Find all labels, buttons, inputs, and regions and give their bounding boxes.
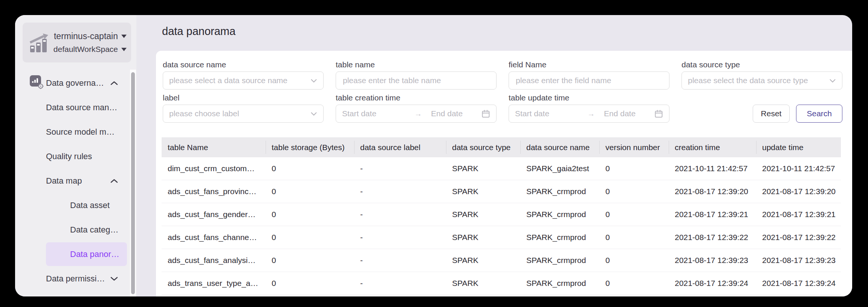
filter-label-table-name: table name xyxy=(336,60,497,69)
sidebar-item-data-panorama[interactable]: Data panor… xyxy=(15,242,136,266)
sidebar-item-label: Data panor… xyxy=(70,249,119,259)
search-button[interactable]: Search xyxy=(796,105,842,123)
reset-button[interactable]: Reset xyxy=(753,105,790,123)
cell-storage: 0 xyxy=(266,233,354,242)
cell-created: 2021-10-11 21:42:57 xyxy=(669,164,756,173)
label-select[interactable]: please choose label xyxy=(163,105,324,123)
sidebar-item-quality-rules[interactable]: Quality rules xyxy=(15,144,136,169)
cell-table-name: ads_cust_fans_provinc… xyxy=(162,187,266,196)
column-header-data-source-label[interactable]: data source label xyxy=(354,137,446,157)
sidebar-item-data-asset[interactable]: Data asset xyxy=(15,193,136,217)
calendar-icon xyxy=(654,109,663,118)
org-name: terminus-captain xyxy=(54,31,118,41)
workspace-name: defaultWorkSpace xyxy=(53,45,118,54)
cell-source-name: SPARK_crmprod xyxy=(520,187,599,196)
chevron-up-icon xyxy=(110,178,118,183)
workspace-selector[interactable]: defaultWorkSpace xyxy=(53,45,127,54)
sidebar-item-data-governance[interactable]: Data governa… xyxy=(15,71,136,95)
column-header-data-source-type[interactable]: data source type xyxy=(446,137,520,157)
cell-source-label: - xyxy=(354,164,446,173)
start-date-placeholder: Start date xyxy=(515,109,587,118)
cell-table-name: dim_cust_crm_custom… xyxy=(162,164,266,173)
sidebar-item-label: Data map xyxy=(46,176,82,186)
sidebar-item-label: Data categ… xyxy=(70,225,118,235)
cell-source-name: SPARK_crmprod xyxy=(520,256,599,265)
cell-table-name: ads_cust_fans_gender… xyxy=(162,210,266,219)
sidebar-scrollbar-thumb[interactable] xyxy=(131,72,135,294)
cell-table-name: ads_cust_fans_analysi… xyxy=(162,256,266,265)
cell-version: 0 xyxy=(599,256,669,265)
data-source-type-select[interactable]: please select the data source type xyxy=(682,71,842,90)
cell-source-type: SPARK xyxy=(446,279,520,288)
cell-table-name: ads_trans_user_type_a… xyxy=(162,279,266,288)
cell-source-name: SPARK_crmprod xyxy=(520,210,599,219)
column-header-version-number[interactable]: version number xyxy=(599,137,669,157)
content-card: data source name table name field Name d… xyxy=(156,51,852,296)
table-row[interactable]: ads_cust_fans_analysi… 0 - SPARK SPARK_c… xyxy=(162,249,841,272)
start-date-placeholder: Start date xyxy=(342,109,414,118)
column-header-table-storage[interactable]: table storage (Bytes) xyxy=(266,137,354,157)
column-header-data-source-name[interactable]: data source name xyxy=(520,137,599,157)
cell-source-type: SPARK xyxy=(446,210,520,219)
cell-version: 0 xyxy=(599,187,669,196)
table-row[interactable]: ads_trans_user_type_a… 0 - SPARK SPARK_c… xyxy=(162,272,841,295)
table-name-input[interactable] xyxy=(342,76,490,85)
sidebar-item-data-permission[interactable]: Data permissi… xyxy=(15,266,136,291)
select-placeholder: please select the data source type xyxy=(688,76,808,85)
sidebar-item-label: Data governa… xyxy=(46,78,104,88)
table-header-row: table Name table storage (Bytes) data so… xyxy=(162,137,841,157)
results-table: table Name table storage (Bytes) data so… xyxy=(162,137,841,295)
sidebar-item-data-category[interactable]: Data categ… xyxy=(15,217,136,242)
cell-source-name: SPARK_gaia2test xyxy=(520,164,599,173)
table-row[interactable]: ads_cust_fans_channe… 0 - SPARK SPARK_cr… xyxy=(162,226,841,249)
cell-source-label: - xyxy=(354,256,446,265)
filter-label-spacer xyxy=(682,93,842,102)
chevron-down-icon xyxy=(310,112,317,116)
cell-created: 2021-08-17 12:39:22 xyxy=(669,233,756,242)
sidebar-item-label: Data source man… xyxy=(46,103,118,112)
table-creation-time-range[interactable]: Start date → End date xyxy=(336,105,497,123)
sidebar-item-data-map[interactable]: Data map xyxy=(15,169,136,193)
field-name-input[interactable] xyxy=(515,76,663,85)
chevron-down-icon xyxy=(310,79,317,83)
org-selector[interactable]: terminus-captain xyxy=(54,31,127,41)
page-title: data panorama xyxy=(162,25,235,38)
cell-version: 0 xyxy=(599,279,669,288)
cell-storage: 0 xyxy=(266,279,354,288)
sidebar-item-label: Quality rules xyxy=(46,152,92,161)
select-placeholder: please choose label xyxy=(169,109,239,118)
data-governance-icon xyxy=(29,75,44,91)
caret-down-icon xyxy=(121,48,127,51)
cell-created: 2021-08-17 12:39:21 xyxy=(669,210,756,219)
column-header-table-name[interactable]: table Name xyxy=(162,137,266,157)
main-content: data panorama data source name table nam… xyxy=(136,15,852,296)
sidebar-item-label: Data asset xyxy=(70,201,110,210)
cell-source-name: SPARK_crmprod xyxy=(520,233,599,242)
column-header-creation-time[interactable]: creation time xyxy=(669,137,756,157)
cell-created: 2021-08-17 12:39:20 xyxy=(669,187,756,196)
sidebar-item-data-source-management[interactable]: Data source man… xyxy=(15,95,136,120)
table-row[interactable]: ads_cust_fans_provinc… 0 - SPARK SPARK_c… xyxy=(162,180,841,203)
chevron-up-icon xyxy=(110,81,118,85)
workspace-switcher[interactable]: terminus-captain defaultWorkSpace xyxy=(23,23,131,62)
cell-storage: 0 xyxy=(266,164,354,173)
filter-label-field-name: field Name xyxy=(509,60,669,69)
range-arrow-icon: → xyxy=(414,109,422,118)
cell-updated: 2021-10-11 21:42:57 xyxy=(756,164,841,173)
sidebar-item-label: Source model m… xyxy=(46,127,115,137)
sidebar-nav: Data governa… Data source man… Source mo… xyxy=(15,71,136,291)
filter-label-data-source-type: data source type xyxy=(682,60,842,69)
column-header-update-time[interactable]: update time xyxy=(756,137,841,157)
cell-source-type: SPARK xyxy=(446,164,520,173)
sidebar-item-source-model-management[interactable]: Source model m… xyxy=(15,120,136,144)
table-row[interactable]: dim_cust_crm_custom… 0 - SPARK SPARK_gai… xyxy=(162,157,841,180)
table-row[interactable]: ads_cust_fans_gender… 0 - SPARK SPARK_cr… xyxy=(162,203,841,226)
cell-storage: 0 xyxy=(266,256,354,265)
calendar-icon xyxy=(481,109,490,118)
data-source-name-select[interactable]: please select a data source name xyxy=(163,71,324,90)
table-update-time-range[interactable]: Start date → End date xyxy=(509,105,669,123)
select-placeholder: please select a data source name xyxy=(169,76,287,85)
sidebar-item-label: Data permissi… xyxy=(46,274,105,284)
cell-updated: 2021-08-17 12:39:22 xyxy=(756,233,841,242)
filter-actions: Reset Search xyxy=(682,102,842,123)
